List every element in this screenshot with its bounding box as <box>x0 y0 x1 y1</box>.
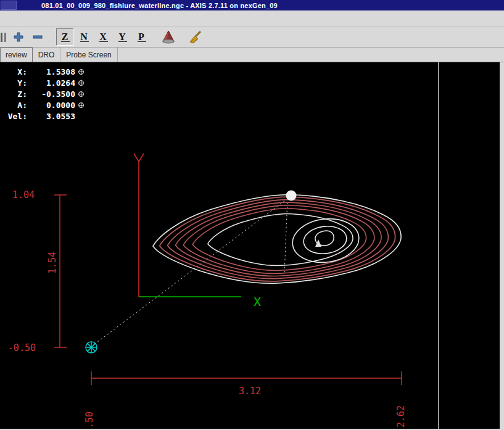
dro-vel-value: 3.0553 <box>27 112 75 121</box>
tabbar: review DRO Probe Screen <box>0 48 504 62</box>
dro-z-label: Z: <box>5 89 27 99</box>
axis-arrow-icon <box>99 41 108 42</box>
toolbar: Z N X Y P <box>0 27 504 48</box>
zoom-out-button[interactable] <box>29 28 46 46</box>
axis-arrow-icon <box>118 41 127 42</box>
y-axis <box>134 154 144 297</box>
tab-preview[interactable]: review <box>0 48 33 62</box>
window-menu-button[interactable] <box>1 1 17 10</box>
dro-y-label: Y: <box>5 78 27 88</box>
show-tool-button[interactable] <box>160 28 177 46</box>
dro-row-vel: Vel: 3.0553 <box>5 110 85 122</box>
dro-a-value: 0.0000 <box>27 101 75 110</box>
dim-width-right-label: 2.62 <box>395 405 407 428</box>
zoom-in-button[interactable] <box>10 28 27 46</box>
tool-position-dot <box>286 191 297 201</box>
clear-plot-button[interactable] <box>187 28 204 46</box>
toolbar-separator <box>179 36 185 37</box>
view-z-rotated-button[interactable]: N <box>75 28 93 46</box>
view-x-label: X <box>99 32 107 42</box>
dro-a-label: A: <box>5 101 27 110</box>
plus-icon <box>13 31 24 43</box>
tab-preview-label: review <box>6 51 27 59</box>
view-z-button[interactable]: Z <box>56 28 73 46</box>
titlebar[interactable]: 081.01_00_009_980_fishlure_waterline.ngc… <box>0 0 504 10</box>
dro-y-value: 1.0264 <box>27 78 75 88</box>
view-z-label: Z <box>62 32 68 42</box>
menubar <box>0 10 504 27</box>
tab-probe-screen-label: Probe Screen <box>66 51 111 59</box>
homed-icon <box>78 80 84 86</box>
view-z-rotated-label: N <box>80 32 88 42</box>
homed-icon <box>78 69 84 75</box>
preview-canvas[interactable]: X: 1.5308 Y: 1.0264 Z: -0.3500 A: 0.0000… <box>0 62 500 429</box>
cone-icon <box>160 29 176 45</box>
toolbar-separator <box>152 36 158 37</box>
dim-height-top-label: 1.04 <box>12 189 35 201</box>
dro-z-value: -0.3500 <box>27 89 75 99</box>
dro-vel-label: Vel: <box>5 112 27 121</box>
dro-x-value: 1.5308 <box>27 67 75 76</box>
axis-arrow-icon <box>138 41 146 42</box>
dim-width-left-label: -0.50 <box>84 411 95 429</box>
dro-row-y: Y: 1.0264 <box>5 77 85 88</box>
minus-icon <box>32 31 43 43</box>
axis-window: 081.01_00_009_980_fishlure_waterline.ngc… <box>0 0 504 430</box>
dim-width-span-label: 3.12 <box>239 386 261 397</box>
axis-arrow-icon <box>61 41 70 42</box>
view-perspective-label: P <box>138 32 144 42</box>
dim-height-bottom-label: -0.50 <box>8 342 36 354</box>
dim-height-span-label: 1.54 <box>47 252 58 274</box>
dro-x-label: X: <box>5 67 27 76</box>
view-perspective-button[interactable]: P <box>133 28 150 46</box>
dro-row-z: Z: -0.3500 <box>5 88 85 99</box>
window-title: 081.01_00_009_980_fishlure_waterline.ngc… <box>41 2 278 9</box>
toolbar-separator <box>48 36 54 37</box>
dro-row-x: X: 1.5308 <box>5 66 85 77</box>
axis-arrow-icon <box>80 41 89 42</box>
toolpath-contours <box>153 195 401 284</box>
homed-icon <box>78 91 84 97</box>
view-y-label: Y <box>118 32 126 42</box>
brush-icon <box>188 29 204 45</box>
tab-probe-screen[interactable]: Probe Screen <box>60 48 117 62</box>
homed-icon <box>78 102 84 108</box>
x-axis-letter: X <box>254 294 261 309</box>
tab-dro[interactable]: DRO <box>33 48 61 62</box>
view-y-button[interactable]: Y <box>114 28 131 46</box>
view-x-button[interactable]: X <box>94 28 112 46</box>
tab-dro-label: DRO <box>38 51 55 59</box>
dro-readout: X: 1.5308 Y: 1.0264 Z: -0.3500 A: 0.0000… <box>5 66 85 122</box>
dro-row-a: A: 0.0000 <box>5 99 85 110</box>
tool-cone-marker <box>315 239 321 247</box>
clipped-toolbar-icon[interactable] <box>0 28 8 46</box>
clipped-icon-graphic <box>0 28 8 46</box>
